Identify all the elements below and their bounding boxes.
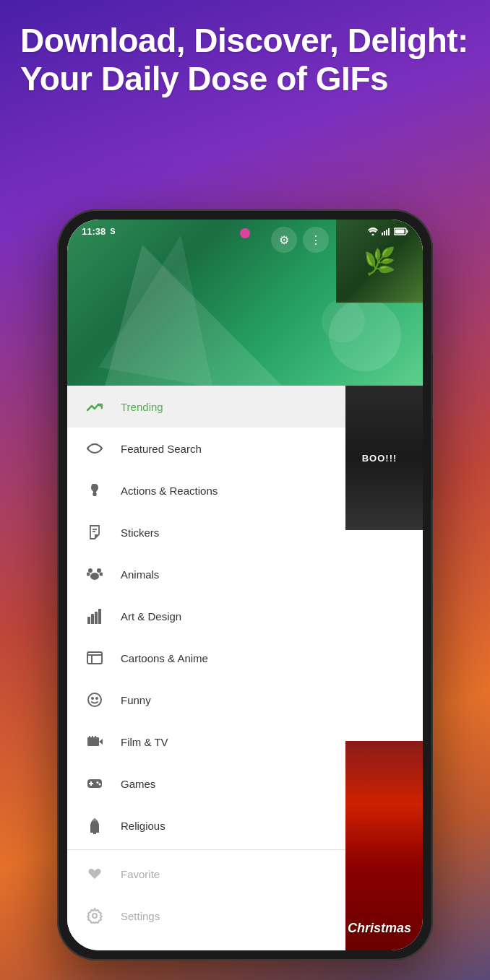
nav-item-favorite[interactable]: Favorite [67,853,345,895]
status-time-area: 11:38 S [82,226,116,237]
art-design-icon [82,603,108,629]
svg-rect-1 [382,233,383,235]
side-gif-bottom: Christmas [336,741,423,950]
animals-icon [82,561,108,587]
carrier-icon: S [110,227,115,235]
nav-label-religious: Religious [121,820,166,832]
svg-rect-38 [93,833,96,834]
svg-point-13 [88,568,93,573]
more-options-btn[interactable]: ⋮ [303,227,329,253]
boo-text: BOO!!! [362,453,397,464]
nav-item-cartoons-anime[interactable]: Cartoons & Anime [67,637,345,679]
nav-item-games[interactable]: Games [67,763,345,805]
svg-rect-18 [91,614,94,624]
status-icons [368,227,408,235]
svg-point-14 [97,568,101,573]
navigation-drawer: Trending Featured Search [67,386,345,950]
nav-item-settings[interactable]: Settings [67,895,345,937]
svg-rect-31 [95,736,96,739]
nav-item-trending[interactable]: Trending [67,386,345,428]
header-toolbar: ⚙ ⋮ [271,227,329,253]
favorite-icon [82,861,108,887]
nav-label-film-tv: Film & TV [121,736,168,748]
stickers-icon [82,519,108,545]
camera-dot [240,228,250,238]
svg-rect-2 [384,231,385,235]
simpsons-emoji: 🌿 [364,246,396,277]
bg-circle-2 [322,299,365,342]
settings-icon: ⚙ [279,233,289,247]
nav-label-trending: Trending [121,401,163,413]
settings-icon-btn[interactable]: ⚙ [271,227,297,253]
bg-triangle-2 [99,225,238,386]
svg-rect-17 [87,617,90,624]
phone-volume-button [432,354,433,404]
svg-point-0 [372,233,374,235]
nav-label-featured-search: Featured Search [121,443,202,455]
nav-item-film-tv[interactable]: Film & TV [67,721,345,763]
phone-power-button [432,419,433,498]
nav-item-stickers[interactable]: Stickers [67,511,345,553]
nav-label-favorite: Favorite [121,868,160,880]
actions-reactions-icon [82,477,108,503]
signal-icon [382,227,390,235]
film-tv-icon [82,729,108,755]
svg-point-36 [99,784,101,786]
nav-item-animals[interactable]: Animals [67,553,345,595]
svg-rect-8 [93,493,97,495]
nav-label-funny: Funny [121,694,151,706]
svg-point-24 [88,693,101,706]
nav-divider [67,849,345,850]
hero-title: Download, Discover, Delight: Your Daily … [20,22,470,98]
religious-icon [82,812,108,838]
gifs-label: GIFs [82,923,107,936]
christmas-text: Christmas [336,921,423,936]
svg-point-25 [92,698,93,699]
phone-frame: 🌿 BOO!!! Christmas 11:38 S [57,209,433,961]
svg-rect-21 [87,652,102,664]
phone-screen: 🌿 BOO!!! Christmas 11:38 S [67,220,423,950]
svg-rect-7 [407,230,408,233]
svg-rect-6 [395,229,405,233]
cartoons-anime-icon [82,645,108,671]
nav-label-stickers: Stickers [121,526,159,539]
trending-icon [82,394,108,420]
svg-rect-29 [89,736,90,739]
nav-label-cartoons-anime: Cartoons & Anime [121,652,208,664]
svg-rect-20 [98,609,101,624]
svg-rect-3 [386,230,387,235]
nav-label-settings: Settings [121,910,160,922]
svg-point-35 [97,781,99,784]
nav-label-animals: Animals [121,568,159,581]
games-icon [82,771,108,797]
featured-search-icon [82,435,108,461]
funny-icon [82,687,108,713]
nav-label-actions-reactions: Actions & Reactions [121,485,218,497]
svg-rect-30 [92,736,93,739]
nav-label-art-design: Art & Design [121,610,181,623]
more-icon: ⋮ [310,233,322,247]
status-time: 11:38 [82,226,106,237]
side-gif-mid: BOO!!! [336,386,423,530]
wifi-icon [368,227,378,235]
nav-item-funny[interactable]: Funny [67,679,345,721]
svg-point-12 [90,573,99,580]
svg-marker-28 [99,739,103,745]
nav-item-actions-reactions[interactable]: Actions & Reactions [67,469,345,511]
nav-label-games: Games [121,778,155,790]
nav-item-religious[interactable]: Religious [67,805,345,846]
svg-point-15 [87,573,90,576]
nav-item-featured-search[interactable]: Featured Search [67,428,345,469]
svg-point-16 [100,573,103,576]
phone-mockup: 🌿 BOO!!! Christmas 11:38 S [57,209,433,961]
svg-rect-4 [388,228,390,235]
nav-item-art-design[interactable]: Art & Design [67,595,345,637]
svg-point-39 [93,914,97,918]
svg-rect-19 [95,612,98,624]
svg-rect-9 [93,495,97,496]
svg-point-26 [96,698,98,699]
battery-icon [394,227,408,235]
